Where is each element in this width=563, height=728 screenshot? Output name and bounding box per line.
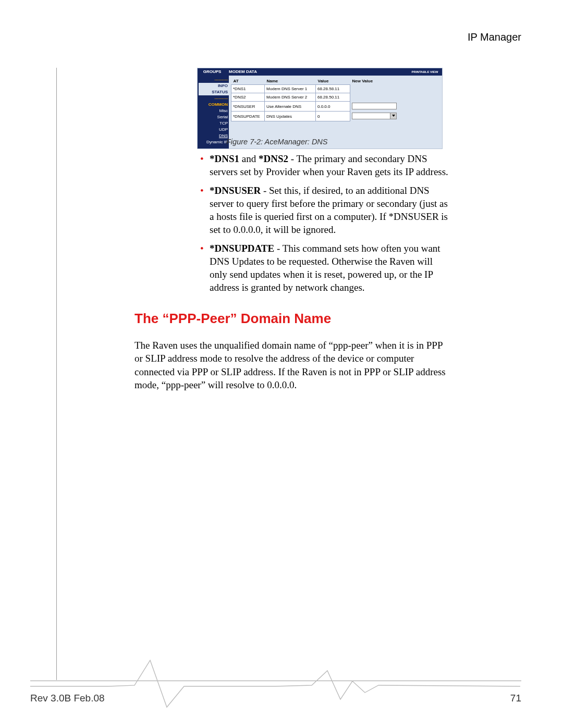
tab-groups[interactable]: GROUPS: [198, 68, 227, 76]
sidebar-item-common[interactable]: COMMON: [199, 102, 228, 108]
list-item: *DNSUSER - Set this, if desired, to an a…: [198, 184, 448, 237]
cell-new-value: [350, 93, 440, 102]
figure-caption: Figure 7-2: AceManager: DNS: [226, 138, 328, 146]
bullet-list: *DNS1 and *DNS2 - The primary and second…: [198, 152, 448, 300]
footer-revision: Rev 3.0B Feb.08: [30, 693, 105, 704]
vertical-rule: [56, 68, 57, 680]
table-row: *DNSUSER Use Alternate DNS 0.0.0.0: [231, 102, 440, 112]
col-at: AT: [231, 78, 265, 85]
tab-modem-data[interactable]: MODEM DATA: [227, 68, 408, 76]
table-row: *DNS2 Modem DNS Server 2 68.28.50.11: [231, 93, 440, 102]
sidebar-separator: --------------: [199, 77, 228, 83]
cell-name: DNS Updates: [265, 112, 316, 121]
cell-name: Modem DNS Server 1: [265, 85, 316, 93]
acemanager-screenshot: GROUPS MODEM DATA PRINTABLE VIEW -------…: [197, 68, 443, 149]
cell-value: 0: [316, 112, 350, 121]
cell-value: 0.0.0.0: [316, 102, 350, 112]
sidebar-item-udp[interactable]: UDP: [199, 127, 228, 133]
sidebar-item-info[interactable]: INFO: [199, 83, 229, 89]
cell-new-value[interactable]: [350, 102, 440, 112]
sidebar-item-dynamic-ip[interactable]: Dynamic IP: [199, 139, 228, 145]
col-new-value: New Value: [350, 78, 440, 85]
col-value: Value: [316, 78, 350, 85]
sidebar-item-serial[interactable]: Serial: [199, 114, 228, 120]
table-row: *DNS1 Modem DNS Server 1 68.28.58.11: [231, 85, 440, 93]
cell-new-value[interactable]: [350, 112, 440, 121]
sidebar-item-tcp[interactable]: TCP: [199, 120, 228, 127]
cell-name: Use Alternate DNS: [265, 102, 316, 112]
cell-name: Modem DNS Server 2: [265, 93, 316, 102]
sidebar-separator: --------------: [199, 95, 228, 102]
cell-at: *DNS2: [231, 93, 265, 102]
cell-value: 68.28.50.11: [316, 93, 350, 102]
page-header-title: IP Manager: [468, 31, 521, 43]
sidebar-item-dns[interactable]: DNS: [199, 133, 228, 139]
dnsupdate-select[interactable]: [352, 113, 397, 119]
dns-table: AT Name Value New Value *DNS1 Modem DNS …: [231, 78, 440, 121]
printable-view-link[interactable]: PRINTABLE VIEW: [408, 68, 442, 76]
cell-at: *DNS1: [231, 85, 265, 93]
list-item: *DNSUPDATE - This command sets how often…: [198, 242, 448, 294]
section-heading: The “PPP-Peer” Domain Name: [134, 311, 331, 327]
table-row: *DNSUPDATE DNS Updates 0: [231, 112, 440, 121]
sidebar: -------------- INFO STATUS -------------…: [198, 76, 229, 149]
cell-at: *DNSUPDATE: [231, 112, 265, 121]
body-paragraph: The Raven uses the unqualified domain na…: [134, 339, 446, 391]
dnsuser-input[interactable]: [352, 103, 397, 109]
page-number: 71: [510, 693, 521, 704]
cell-value: 68.28.58.11: [316, 85, 350, 93]
cell-new-value: [350, 85, 440, 93]
sidebar-item-status[interactable]: STATUS: [199, 89, 229, 95]
cell-at: *DNSUSER: [231, 102, 265, 112]
chevron-down-icon: [392, 115, 395, 117]
col-name: Name: [265, 78, 316, 85]
footer-rule: [30, 681, 521, 681]
sidebar-item-misc[interactable]: Misc: [199, 108, 228, 114]
list-item: *DNS1 and *DNS2 - The primary and second…: [198, 152, 448, 179]
